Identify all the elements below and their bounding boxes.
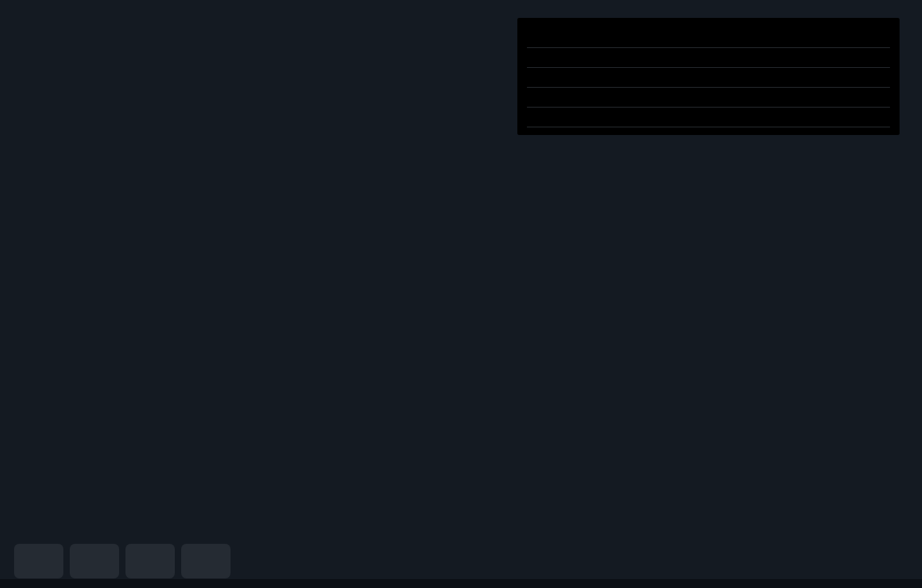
earnings-dot-icon [86,557,94,566]
cash-from-op-dot-icon [197,557,206,566]
tooltip-row-free-cash-flow [527,88,890,107]
chart-legend [14,544,230,578]
bottom-edge-strip [0,579,922,588]
hover-tooltip [517,18,900,135]
tooltip-row-cash-from-op [527,107,890,127]
tooltip-row-earnings [527,68,890,88]
tooltip-row-revenue [527,48,890,68]
legend-item-cash-from-op[interactable] [181,544,230,578]
revenue-dot-icon [30,557,38,566]
legend-item-revenue[interactable] [14,544,63,578]
tooltip-date [527,18,890,48]
free-cash-flow-dot-icon [142,557,150,566]
legend-item-free-cash-flow[interactable] [125,544,175,578]
legend-item-earnings[interactable] [70,544,119,578]
